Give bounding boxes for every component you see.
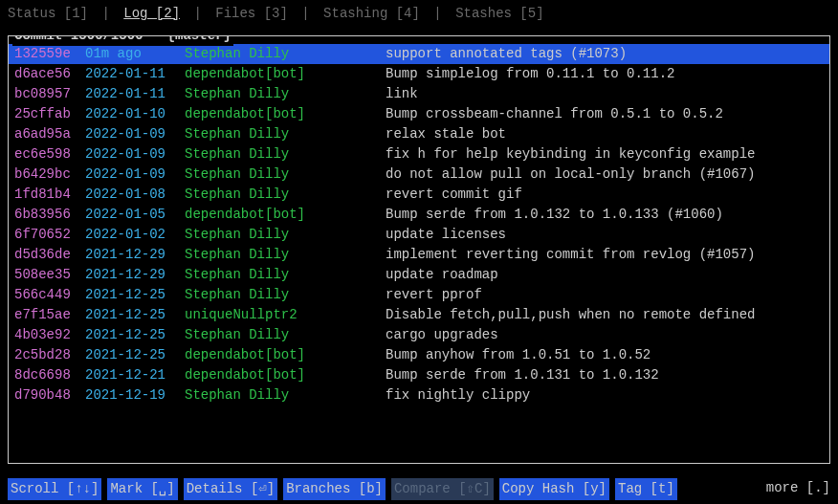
commit-author: dependabot[bot]	[185, 104, 386, 124]
tab-stashing[interactable]: Stashing [4]	[323, 6, 420, 21]
commit-message: cargo upgrades	[386, 325, 824, 345]
commit-date: 2022-01-11	[85, 64, 185, 84]
tab-bar: Status [1] | Log [2] | Files [3] | Stash…	[8, 4, 830, 30]
commit-message: Bump anyhow from 1.0.51 to 1.0.52	[386, 345, 824, 365]
commit-row[interactable]: bc089572022-01-11Stephan Dillylink	[9, 84, 829, 104]
commit-hash: 1fd81b4	[14, 185, 85, 205]
commit-row[interactable]: 1fd81b42022-01-08Stephan Dillyrevert com…	[9, 185, 829, 205]
footer-command[interactable]: Scroll [↑↓]	[8, 478, 101, 500]
commit-author: Stephan Dilly	[185, 44, 386, 64]
commit-author: Stephan Dilly	[185, 265, 386, 285]
commit-hash: 6f70652	[14, 225, 85, 245]
commit-message: do not allow pull on local-only branch (…	[386, 164, 824, 185]
commit-hash: a6ad95a	[14, 124, 85, 144]
commit-date: 2022-01-11	[85, 84, 185, 104]
footer-command[interactable]: Details [⏎]	[184, 478, 277, 500]
commit-date: 2022-01-10	[85, 104, 185, 124]
commit-date: 2021-12-21	[85, 365, 185, 385]
commit-author: Stephan Dilly	[185, 325, 386, 345]
commit-date: 01m ago	[85, 44, 185, 64]
commit-hash: 2c5bd28	[14, 345, 85, 365]
commit-row[interactable]: e7f15ae2021-12-25uniqueNullptr2Disable f…	[9, 305, 829, 325]
commit-message: fix nightly clippy	[386, 385, 824, 405]
footer-commands: Scroll [↑↓]Mark [␣]Details [⏎]Branches […	[8, 478, 830, 500]
commit-author: dependabot[bot]	[185, 205, 386, 225]
commit-message: Bump serde from 1.0.132 to 1.0.133 (#106…	[386, 205, 824, 225]
commit-row[interactable]: ec6e5982022-01-09Stephan Dillyfix h for …	[9, 144, 829, 164]
commit-list[interactable]: 132559e01m agoStephan Dillysupport annot…	[9, 36, 829, 405]
commit-message: relax stale bot	[386, 124, 824, 144]
tab-files[interactable]: Files [3]	[215, 6, 288, 21]
commit-author: Stephan Dilly	[185, 385, 386, 405]
commit-hash: e7f15ae	[14, 305, 85, 325]
commit-message: support annotated tags (#1073)	[386, 44, 824, 64]
tab-separator: |	[301, 6, 309, 21]
commit-row[interactable]: d5d36de2021-12-29Stephan Dillyimplement …	[9, 245, 829, 265]
commit-row[interactable]: 6f706522022-01-02Stephan Dillyupdate lic…	[9, 225, 829, 245]
commit-row[interactable]: 4b03e922021-12-25Stephan Dillycargo upgr…	[9, 325, 829, 345]
commit-hash: 508ee35	[14, 265, 85, 285]
commit-row[interactable]: d790b482021-12-19Stephan Dillyfix nightl…	[9, 385, 829, 405]
commit-hash: d6ace56	[14, 64, 85, 84]
commit-row[interactable]: 566c4492021-12-25Stephan Dillyrevert ppr…	[9, 285, 829, 305]
commit-hash: d790b48	[14, 385, 85, 405]
commit-date: 2022-01-09	[85, 144, 185, 164]
commit-author: Stephan Dilly	[185, 185, 386, 205]
commit-message: Disable fetch,pull,push when no remote d…	[386, 305, 824, 325]
scrollbar-thumb[interactable]	[822, 46, 827, 55]
footer-command[interactable]: Tag [t]	[615, 478, 677, 500]
commit-hash: 25cffab	[14, 104, 85, 124]
commit-author: Stephan Dilly	[185, 225, 386, 245]
commit-message: Bump serde from 1.0.131 to 1.0.132	[386, 365, 824, 385]
commit-message: Bump simplelog from 0.11.1 to 0.11.2	[386, 64, 824, 84]
commit-date: 2021-12-25	[85, 325, 185, 345]
commit-row[interactable]: 132559e01m agoStephan Dillysupport annot…	[9, 44, 829, 64]
tab-stashes[interactable]: Stashes [5]	[455, 6, 543, 21]
commit-message: link	[386, 84, 824, 104]
commit-author: uniqueNullptr2	[185, 305, 386, 325]
footer-command[interactable]: Branches [b]	[283, 478, 386, 500]
footer-command: Compare [⇧C]	[391, 478, 494, 500]
commit-row[interactable]: 25cffab2022-01-10dependabot[bot]Bump cro…	[9, 104, 829, 124]
commit-panel: Commit 1566/1566 - {master} 132559e01m a…	[8, 35, 830, 464]
commit-hash: bc08957	[14, 84, 85, 104]
commit-date: 2022-01-05	[85, 205, 185, 225]
panel-title: Commit 1566/1566 - {master}	[12, 35, 233, 46]
commit-author: Stephan Dilly	[185, 285, 386, 305]
commit-author: dependabot[bot]	[185, 64, 386, 84]
commit-date: 2022-01-02	[85, 225, 185, 245]
commit-author: dependabot[bot]	[185, 365, 386, 385]
tab-separator: |	[433, 6, 441, 21]
commit-row[interactable]: b6429bc2022-01-09Stephan Dillydo not all…	[9, 164, 829, 185]
commit-row[interactable]: 6b839562022-01-05dependabot[bot]Bump ser…	[9, 205, 829, 225]
commit-row[interactable]: a6ad95a2022-01-09Stephan Dillyrelax stal…	[9, 124, 829, 144]
commit-date: 2021-12-25	[85, 345, 185, 365]
commit-author: dependabot[bot]	[185, 345, 386, 365]
more-commands[interactable]: more [.]	[766, 478, 830, 498]
commit-row[interactable]: 8dc66982021-12-21dependabot[bot]Bump ser…	[9, 365, 829, 385]
commit-message: fix h for help keybinding in keyconfig e…	[386, 144, 824, 164]
commit-date: 2021-12-19	[85, 385, 185, 405]
commit-date: 2021-12-25	[85, 305, 185, 325]
footer-command[interactable]: Copy Hash [y]	[499, 478, 609, 500]
tab-log[interactable]: Log [2]	[123, 6, 180, 21]
footer-command[interactable]: Mark [␣]	[107, 478, 177, 500]
commit-hash: d5d36de	[14, 245, 85, 265]
commit-author: Stephan Dilly	[185, 84, 386, 104]
commit-hash: ec6e598	[14, 144, 85, 164]
commit-date: 2021-12-29	[85, 245, 185, 265]
commit-message: update roadmap	[386, 265, 824, 285]
commit-author: Stephan Dilly	[185, 164, 386, 185]
commit-row[interactable]: 508ee352021-12-29Stephan Dillyupdate roa…	[9, 265, 829, 285]
commit-hash: b6429bc	[14, 164, 85, 185]
commit-hash: 6b83956	[14, 205, 85, 225]
tab-status[interactable]: Status [1]	[8, 6, 88, 21]
commit-row[interactable]: 2c5bd282021-12-25dependabot[bot]Bump any…	[9, 345, 829, 365]
commit-message: update licenses	[386, 225, 824, 245]
tab-separator: |	[101, 6, 109, 21]
commit-author: Stephan Dilly	[185, 245, 386, 265]
commit-date: 2022-01-09	[85, 124, 185, 144]
commit-date: 2021-12-29	[85, 265, 185, 285]
commit-row[interactable]: d6ace562022-01-11dependabot[bot]Bump sim…	[9, 64, 829, 84]
commit-message: Bump crossbeam-channel from 0.5.1 to 0.5…	[386, 104, 824, 124]
